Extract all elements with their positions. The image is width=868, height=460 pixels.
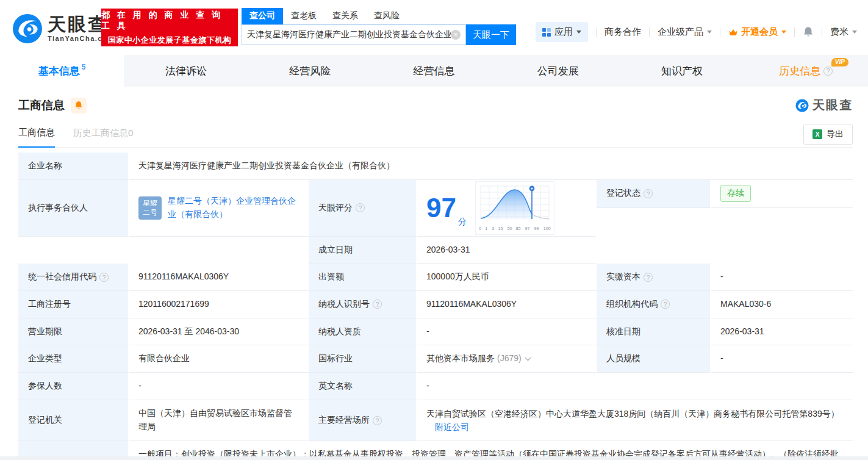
contribution-label: 出资额 xyxy=(309,264,416,291)
username: 费米 xyxy=(830,26,848,38)
table-row: 登记机关 中国（天津）自由贸易试验区市场监督管理局 主要经营场所 ? 天津自贸试… xyxy=(18,400,853,441)
chevron-down-icon xyxy=(576,31,581,34)
status-badge: 存续 xyxy=(720,185,751,202)
establish-date-value: 2026-03-31 xyxy=(417,237,596,264)
excel-icon: X xyxy=(812,129,822,139)
avatar-text-line1: 星耀 xyxy=(143,199,157,207)
search-tab-company[interactable]: 查公司 xyxy=(242,8,283,24)
divider xyxy=(649,27,650,37)
contribution-value: 100000万人民币 xyxy=(417,264,596,291)
score-distribution-chart: 01 315 5085 9799 100 xyxy=(475,181,554,235)
crown-icon xyxy=(728,28,738,37)
header-nav: 应用 商务合作 企业级产品 开通会员 费米 xyxy=(536,22,857,42)
table-row: 企业类型 有限合伙企业 国标行业 其他资本市场服务 (J679) 人员规模 - xyxy=(18,345,853,373)
monitor-bell-button[interactable] xyxy=(71,98,87,113)
tianyancha-logo-icon xyxy=(795,99,809,112)
business-coop-link[interactable]: 商务合作 xyxy=(604,26,641,38)
tianyancha-logo[interactable]: 天眼查 TianYanCha.com xyxy=(12,13,114,44)
enterprise-product-menu[interactable]: 企业级产品 xyxy=(658,26,712,38)
tab-intellectual-property[interactable]: 知识产权 xyxy=(620,55,744,87)
apps-menu[interactable]: 应用 xyxy=(536,22,588,42)
table-row: 统一社会信用代码 ? 91120116MAKAL0306Y 出资额 100000… xyxy=(18,264,853,291)
help-icon[interactable]: ? xyxy=(356,203,365,212)
company-name-value: 天津复星海河医疗健康产业二期创业投资基金合伙企业（有限合伙） xyxy=(129,153,853,180)
table-row: 参保人数 - 英文名称 - xyxy=(18,373,853,400)
tab-operating-info[interactable]: 经营信息 xyxy=(372,55,496,87)
credit-code-label: 统一社会信用代码 ? xyxy=(18,264,128,291)
org-code-text: 组织机构代码 xyxy=(606,298,658,311)
divider xyxy=(720,27,720,37)
export-label: 导出 xyxy=(827,129,844,140)
header: 天眼查 TianYanCha.com 都 在 用 的 商 业 查 询 工 具 国… xyxy=(0,0,868,55)
vip-badge: VIP xyxy=(831,58,848,66)
tab-history-info-label: 历史信息 xyxy=(779,64,820,78)
business-info-table: 企业名称 天津复星海河医疗健康产业二期创业投资基金合伙企业（有限合伙） 执行事务… xyxy=(18,153,853,460)
help-icon[interactable]: ? xyxy=(644,189,653,198)
english-name-label: 英文名称 xyxy=(309,373,416,400)
export-button[interactable]: X 导出 xyxy=(803,124,853,145)
executive-partner-value: 星耀 二号 星耀二号（天津）企业管理合伙企业（有限合伙） xyxy=(129,180,308,237)
help-icon[interactable]: ? xyxy=(373,300,382,309)
notifications-button[interactable] xyxy=(803,26,814,38)
tab-operating-risk[interactable]: 经营风险 xyxy=(248,55,372,87)
reg-authority-label: 登记机关 xyxy=(18,400,128,441)
search-tab-boss[interactable]: 查老板 xyxy=(283,8,325,24)
open-vip-menu[interactable]: 开通会员 xyxy=(728,26,786,38)
subtab-business-info[interactable]: 工商信息 xyxy=(18,127,55,148)
tab-history-info[interactable]: VIP 历史信息 ? xyxy=(744,55,868,87)
apps-label: 应用 xyxy=(554,26,573,38)
business-site-label: 主要经营场所 ? xyxy=(309,400,416,441)
slogan-line2: 国家中小企业发展子基金旗下机构 xyxy=(108,35,232,46)
reg-authority-value: 中国（天津）自由贸易试验区市场监督管理局 xyxy=(129,400,308,441)
table-row: 企业名称 天津复星海河医疗健康产业二期创业投资基金合伙企业（有限合伙） xyxy=(18,153,853,180)
table-row: 执行事务合伙人 星耀 二号 星耀二号（天津）企业管理合伙企业（有限合伙） 登记状… xyxy=(18,180,853,264)
bell-icon xyxy=(74,101,83,110)
industry-text: 其他资本市场服务 xyxy=(426,352,495,365)
help-icon[interactable]: ? xyxy=(373,416,382,425)
business-site-address: 天津自贸试验区（空港经济区）中心大道华盈大厦318房间（纳百川（天津）商务秘书有… xyxy=(426,409,839,419)
user-menu[interactable]: 费米 xyxy=(830,26,857,38)
taxpayer-id-value: 91120116MAKAL0306Y xyxy=(417,291,596,318)
tab-basic-info-count: 5 xyxy=(82,63,86,71)
business-site-text: 主要经营场所 xyxy=(318,414,370,427)
help-icon[interactable]: ? xyxy=(644,273,653,282)
bell-curve-chart xyxy=(478,184,552,221)
subtab-history-business-info[interactable]: 历史工商信息0 xyxy=(73,128,133,147)
search-tab-relation[interactable]: 查关系 xyxy=(325,8,366,24)
score-label-text: 天眼评分 xyxy=(318,201,353,215)
clear-search-icon[interactable]: × xyxy=(451,30,461,40)
chevron-down-icon xyxy=(707,31,712,34)
tab-basic-info-label: 基本信息 xyxy=(38,64,80,78)
partner-company-link[interactable]: 星耀二号（天津）企业管理合伙企业（有限合伙） xyxy=(168,195,298,221)
company-type-value: 有限合伙企业 xyxy=(129,345,308,373)
insured-count-value: - xyxy=(129,373,308,400)
help-icon[interactable]: ? xyxy=(99,273,109,282)
search-tab-risk[interactable]: 查风险 xyxy=(366,8,407,24)
tab-basic-info[interactable]: 基本信息 5 xyxy=(0,55,124,87)
business-term-label: 营业期限 xyxy=(18,318,128,346)
search-input[interactable] xyxy=(247,30,451,40)
establish-date-label: 成立日期 xyxy=(309,237,416,264)
score-value: 97 分 xyxy=(417,180,596,237)
company-type-label: 企业类型 xyxy=(18,345,128,373)
industry-value: 其他资本市场服务 (J679) xyxy=(417,345,596,373)
partner-avatar[interactable]: 星耀 二号 xyxy=(138,196,162,220)
nearby-companies-link[interactable]: 附近公司 xyxy=(435,422,469,432)
insured-count-label: 参保人数 xyxy=(18,373,128,400)
search-input-wrap: × xyxy=(242,24,466,45)
search-button[interactable]: 天眼一下 xyxy=(466,24,516,45)
chevron-down-icon[interactable] xyxy=(525,354,531,361)
registration-status-value: 存续 xyxy=(711,180,853,208)
table-row: 营业期限 2026-03-31 至 2046-03-30 纳税人资质 - 核准日… xyxy=(18,318,853,346)
help-icon[interactable]: ? xyxy=(661,300,670,309)
score-unit: 分 xyxy=(458,215,467,229)
approval-date-value: 2026-03-31 xyxy=(711,318,853,346)
reg-number-value: 120116002171699 xyxy=(129,291,308,318)
watermark-logo: 天眼查 xyxy=(795,97,853,113)
executive-partner-label: 执行事务合伙人 xyxy=(18,180,128,237)
help-icon[interactable]: ? xyxy=(823,66,833,76)
main-content: 工商信息 天眼查 工商信息 历史工商信息0 X 导出 企 xyxy=(0,97,868,460)
tab-company-development[interactable]: 公司发展 xyxy=(496,55,620,87)
taxpayer-id-label: 纳税人识别号 ? xyxy=(309,291,416,318)
tab-legal-proceedings[interactable]: 法律诉讼 xyxy=(124,55,248,87)
